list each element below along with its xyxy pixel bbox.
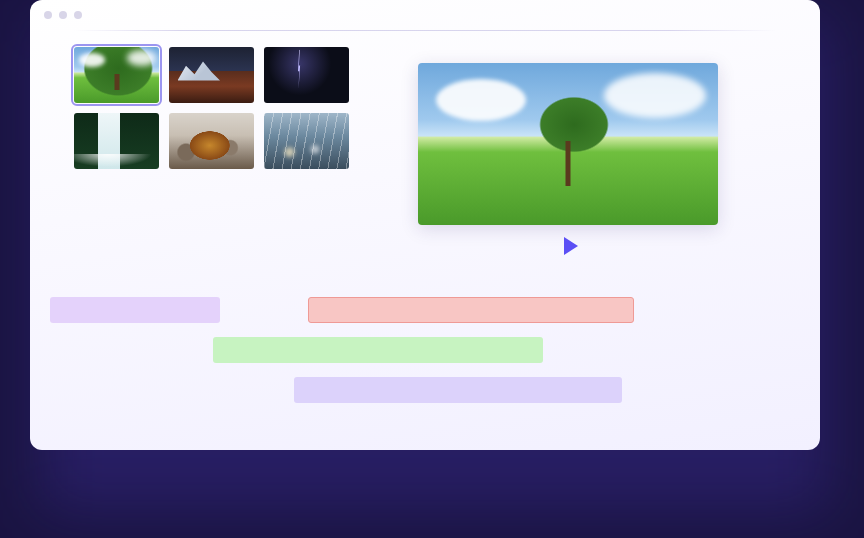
window-titlebar [30, 0, 820, 30]
preview-player[interactable] [418, 63, 718, 225]
traffic-light-minimize[interactable] [59, 11, 67, 19]
thumbnail-lightning[interactable] [264, 47, 349, 103]
thumbnail-tree[interactable] [74, 47, 159, 103]
media-library [74, 47, 349, 169]
timeline-clip[interactable] [213, 337, 543, 363]
traffic-light-close[interactable] [44, 11, 52, 19]
thumbnail-leaf[interactable] [169, 113, 254, 169]
timeline-clip[interactable] [50, 297, 220, 323]
timeline-clip[interactable] [308, 297, 634, 323]
traffic-light-zoom[interactable] [74, 11, 82, 19]
app-window [30, 0, 820, 450]
thumbnail-waterfall[interactable] [74, 113, 159, 169]
timeline-clip[interactable] [294, 377, 622, 403]
thumbnail-rain[interactable] [264, 113, 349, 169]
play-icon[interactable] [564, 237, 578, 255]
thumbnail-mountain[interactable] [169, 47, 254, 103]
